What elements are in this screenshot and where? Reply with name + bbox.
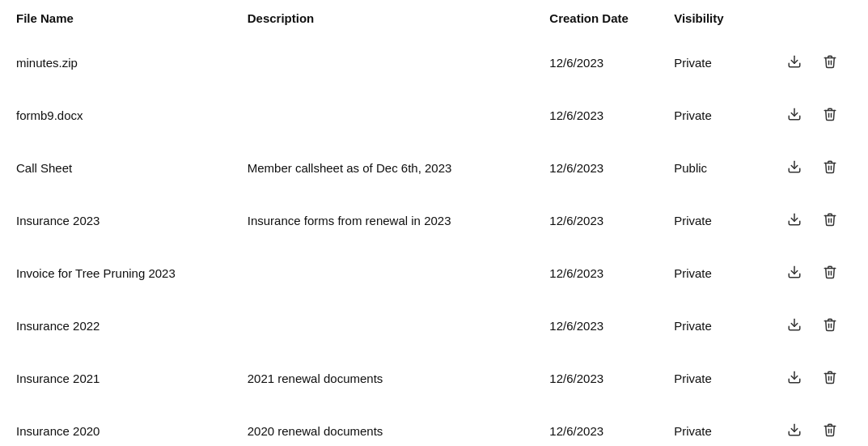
download-button[interactable]: [784, 51, 805, 74]
delete-button[interactable]: [819, 367, 840, 390]
delete-button[interactable]: [819, 51, 840, 74]
cell-delete: [816, 299, 852, 352]
cell-delete: [816, 142, 852, 194]
cell-creation-date: 12/6/2023: [549, 142, 674, 194]
delete-button[interactable]: [819, 209, 840, 232]
cell-description: Member callsheet as of Dec 6th, 2023: [248, 142, 550, 194]
cell-description: [248, 36, 550, 89]
cell-download: [781, 36, 816, 89]
download-icon: [787, 107, 802, 124]
cell-filename: Insurance 2023: [16, 194, 248, 247]
cell-download: [781, 405, 816, 446]
cell-download: [781, 194, 816, 247]
cell-delete: [816, 405, 852, 446]
download-button[interactable]: [784, 419, 805, 443]
cell-download: [781, 247, 816, 299]
table-header-row: File Name Description Creation Date Visi…: [16, 0, 852, 36]
cell-visibility: Private: [674, 36, 781, 89]
trash-icon: [823, 317, 837, 334]
download-button[interactable]: [784, 367, 805, 390]
cell-description: [248, 299, 550, 352]
table-row: minutes.zip12/6/2023Private: [16, 36, 852, 89]
download-button[interactable]: [784, 156, 805, 180]
cell-delete: [816, 89, 852, 142]
download-button[interactable]: [784, 314, 805, 338]
trash-icon: [823, 107, 837, 124]
table-row: Insurance 20202020 renewal documents12/6…: [16, 405, 852, 446]
download-button[interactable]: [784, 261, 805, 285]
header-creation-date: Creation Date: [549, 0, 674, 36]
cell-download: [781, 352, 816, 405]
file-table-container: File Name Description Creation Date Visi…: [0, 0, 868, 446]
cell-description: 2020 renewal documents: [248, 405, 550, 446]
cell-filename: Insurance 2022: [16, 299, 248, 352]
trash-icon: [823, 212, 837, 229]
delete-button[interactable]: [819, 104, 840, 127]
cell-delete: [816, 247, 852, 299]
cell-delete: [816, 36, 852, 89]
table-row: Call SheetMember callsheet as of Dec 6th…: [16, 142, 852, 194]
header-description: Description: [248, 0, 550, 36]
cell-creation-date: 12/6/2023: [549, 36, 674, 89]
cell-filename: minutes.zip: [16, 36, 248, 89]
header-download: [781, 0, 816, 36]
table-row: Insurance 202212/6/2023Private: [16, 299, 852, 352]
table-row: formb9.docx12/6/2023Private: [16, 89, 852, 142]
download-icon: [787, 423, 802, 440]
cell-download: [781, 142, 816, 194]
table-row: Invoice for Tree Pruning 202312/6/2023Pr…: [16, 247, 852, 299]
cell-visibility: Private: [674, 405, 781, 446]
download-icon: [787, 212, 802, 229]
delete-button[interactable]: [819, 156, 840, 180]
cell-visibility: Private: [674, 194, 781, 247]
cell-creation-date: 12/6/2023: [549, 194, 674, 247]
delete-button[interactable]: [819, 314, 840, 338]
cell-delete: [816, 352, 852, 405]
cell-creation-date: 12/6/2023: [549, 247, 674, 299]
trash-icon: [823, 370, 837, 387]
download-button[interactable]: [784, 104, 805, 127]
trash-icon: [823, 159, 837, 176]
header-filename: File Name: [16, 0, 248, 36]
file-table: File Name Description Creation Date Visi…: [16, 0, 852, 446]
cell-filename: Insurance 2021: [16, 352, 248, 405]
delete-button[interactable]: [819, 261, 840, 285]
table-row: Insurance 2023Insurance forms from renew…: [16, 194, 852, 247]
cell-filename: Invoice for Tree Pruning 2023: [16, 247, 248, 299]
download-icon: [787, 159, 802, 176]
cell-visibility: Public: [674, 142, 781, 194]
download-button[interactable]: [784, 209, 805, 232]
cell-description: 2021 renewal documents: [248, 352, 550, 405]
header-delete: [816, 0, 852, 36]
header-visibility: Visibility: [674, 0, 781, 36]
cell-filename: Call Sheet: [16, 142, 248, 194]
download-icon: [787, 54, 802, 71]
table-row: Insurance 20212021 renewal documents12/6…: [16, 352, 852, 405]
trash-icon: [823, 265, 837, 282]
cell-visibility: Private: [674, 89, 781, 142]
cell-description: [248, 247, 550, 299]
cell-download: [781, 299, 816, 352]
cell-visibility: Private: [674, 352, 781, 405]
trash-icon: [823, 54, 837, 71]
download-icon: [787, 317, 802, 334]
cell-filename: formb9.docx: [16, 89, 248, 142]
download-icon: [787, 265, 802, 282]
cell-creation-date: 12/6/2023: [549, 89, 674, 142]
cell-description: [248, 89, 550, 142]
download-icon: [787, 370, 802, 387]
cell-description: Insurance forms from renewal in 2023: [248, 194, 550, 247]
cell-delete: [816, 194, 852, 247]
cell-visibility: Private: [674, 247, 781, 299]
cell-creation-date: 12/6/2023: [549, 405, 674, 446]
cell-download: [781, 89, 816, 142]
cell-visibility: Private: [674, 299, 781, 352]
cell-creation-date: 12/6/2023: [549, 299, 674, 352]
cell-filename: Insurance 2020: [16, 405, 248, 446]
cell-creation-date: 12/6/2023: [549, 352, 674, 405]
delete-button[interactable]: [819, 419, 840, 443]
trash-icon: [823, 423, 837, 440]
